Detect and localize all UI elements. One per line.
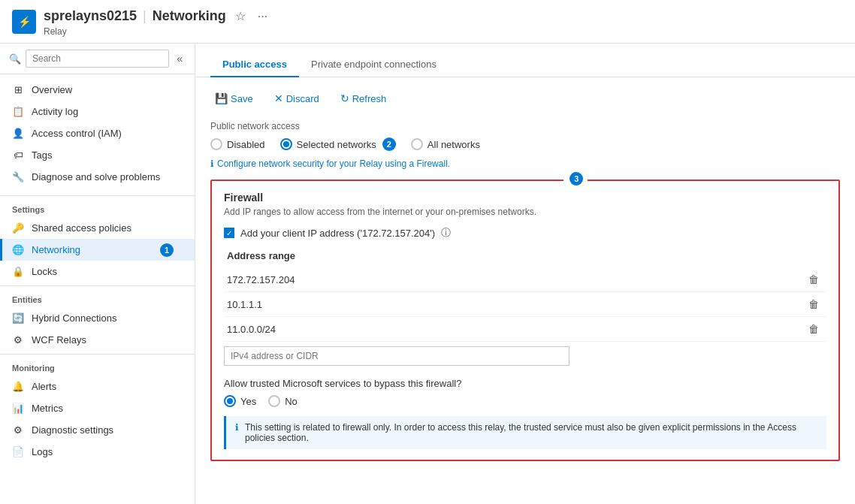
sidebar-item-shared-access-policies[interactable]: 🔑 Shared access policies bbox=[0, 217, 195, 239]
trusted-info-bar: ℹ This setting is related to firewall on… bbox=[224, 416, 826, 449]
sidebar-item-hybrid-connections[interactable]: 🔄 Hybrid Connections bbox=[0, 307, 195, 329]
sidebar-item-label: Locks bbox=[32, 266, 57, 277]
resource-name: sprelayns0215 bbox=[44, 8, 137, 24]
address-value: 11.0.0.0/24 bbox=[227, 324, 276, 335]
info-circle-icon: ℹ bbox=[210, 158, 214, 169]
search-icon: 🔍 bbox=[9, 53, 21, 65]
monitoring-section-label: Monitoring bbox=[0, 358, 195, 376]
radio-all-networks-circle bbox=[411, 138, 423, 150]
sidebar-item-overview[interactable]: ⊞ Overview bbox=[0, 79, 195, 101]
entities-section-label: Entities bbox=[0, 289, 195, 307]
sidebar-item-label: Diagnostic settings bbox=[32, 424, 113, 436]
table-row: 172.72.157.204 🗑 bbox=[224, 267, 826, 292]
new-address-row bbox=[224, 346, 826, 366]
sidebar-item-networking[interactable]: 🌐 Networking 1 bbox=[0, 239, 195, 261]
radio-all-networks[interactable]: All networks bbox=[411, 138, 480, 150]
page-title: Networking bbox=[153, 8, 226, 24]
sidebar-item-label: WCF Relays bbox=[32, 334, 86, 346]
network-access-label: Public network access bbox=[210, 121, 840, 131]
page-header: ⚡ sprelayns0215 | Networking ☆ ··· Relay bbox=[0, 0, 855, 44]
save-icon: 💾 bbox=[215, 92, 228, 104]
info-bar-icon: ℹ bbox=[235, 422, 239, 433]
sidebar-item-diagnostic-settings[interactable]: ⚙ Diagnostic settings bbox=[0, 419, 195, 441]
sidebar-item-label: Alerts bbox=[32, 381, 56, 392]
sidebar-item-wcf-relays[interactable]: ⚙ WCF Relays bbox=[0, 329, 195, 351]
radio-trusted-yes[interactable]: Yes bbox=[224, 395, 256, 407]
address-value: 172.72.157.204 bbox=[227, 274, 295, 285]
sidebar-item-label: Hybrid Connections bbox=[32, 312, 116, 324]
radio-selected-networks[interactable]: Selected networks 2 bbox=[280, 137, 396, 151]
tags-icon: 🏷 bbox=[12, 149, 24, 161]
refresh-button[interactable]: ↻ Refresh bbox=[336, 89, 391, 107]
favorite-button[interactable]: ☆ bbox=[232, 6, 249, 26]
sidebar-item-label: Access control (IAM) bbox=[32, 128, 122, 139]
table-row: 10.1.1.1 🗑 bbox=[224, 292, 826, 317]
firewall-description: Add IP ranges to allow access from the i… bbox=[224, 207, 826, 217]
firewall-section: 3 Firewall Add IP ranges to allow access… bbox=[210, 180, 840, 461]
hybrid-connections-icon: 🔄 bbox=[12, 312, 24, 324]
address-value: 10.1.1.1 bbox=[227, 299, 262, 310]
resource-icon: ⚡ bbox=[12, 10, 36, 34]
radio-trusted-no[interactable]: No bbox=[268, 395, 298, 407]
radio-trusted-no-circle bbox=[268, 395, 280, 407]
diagnostic-icon: ⚙ bbox=[12, 424, 24, 436]
radio-disabled-circle bbox=[210, 138, 222, 150]
sidebar-item-locks[interactable]: 🔒 Locks bbox=[0, 261, 195, 282]
sidebar-item-label: Tags bbox=[32, 149, 52, 161]
client-ip-checkbox[interactable] bbox=[224, 228, 234, 238]
sidebar-item-label: Networking bbox=[32, 244, 80, 255]
locks-icon: 🔒 bbox=[12, 266, 24, 277]
diagnose-icon: 🔧 bbox=[12, 171, 24, 183]
trusted-radio-group: Yes No bbox=[224, 395, 826, 407]
sidebar-item-label: Activity log bbox=[32, 106, 78, 117]
sidebar-item-diagnose[interactable]: 🔧 Diagnose and solve problems bbox=[0, 166, 195, 188]
firewall-info-link[interactable]: ℹ Configure network security for your Re… bbox=[210, 158, 840, 169]
tab-content: 💾 Save ✕ Discard ↻ Refresh Public networ… bbox=[195, 77, 855, 485]
sidebar-item-label: Diagnose and solve problems bbox=[32, 171, 160, 183]
sidebar-item-label: Metrics bbox=[32, 403, 63, 414]
delete-address-0-button[interactable]: 🗑 bbox=[804, 272, 823, 287]
sidebar-item-alerts[interactable]: 🔔 Alerts bbox=[0, 376, 195, 397]
address-range-label: Address range bbox=[224, 250, 826, 261]
sidebar-search-area: 🔍 « bbox=[0, 44, 195, 74]
trusted-info-text: This setting is related to firewall only… bbox=[245, 422, 817, 443]
save-button[interactable]: 💾 Save bbox=[210, 89, 258, 107]
firewall-title: Firewall bbox=[224, 192, 826, 204]
client-ip-checkbox-row: Add your client IP address ('172.72.157.… bbox=[224, 226, 826, 240]
sidebar-item-logs[interactable]: 📄 Logs bbox=[0, 441, 195, 463]
table-row: 11.0.0.0/24 🗑 bbox=[224, 317, 826, 342]
delete-address-1-button[interactable]: 🗑 bbox=[804, 297, 823, 312]
radio-disabled[interactable]: Disabled bbox=[210, 138, 265, 150]
sidebar-item-access-control[interactable]: 👤 Access control (IAM) bbox=[0, 122, 195, 144]
client-ip-label: Add your client IP address ('172.72.157.… bbox=[240, 228, 435, 239]
collapse-button[interactable]: « bbox=[174, 51, 186, 66]
sidebar-item-metrics[interactable]: 📊 Metrics bbox=[0, 397, 195, 419]
sidebar-item-tags[interactable]: 🏷 Tags bbox=[0, 144, 195, 166]
nav-section: ⊞ Overview 📋 Activity log 👤 Access contr… bbox=[0, 74, 195, 192]
tab-private-endpoint[interactable]: Private endpoint connections bbox=[299, 53, 449, 77]
info-tooltip-icon: ⓘ bbox=[441, 226, 451, 240]
logs-icon: 📄 bbox=[12, 446, 24, 457]
search-input[interactable] bbox=[26, 50, 169, 68]
main-content: Public access Private endpoint connectio… bbox=[195, 44, 855, 504]
discard-button[interactable]: ✕ Discard bbox=[270, 89, 324, 107]
delete-address-2-button[interactable]: 🗑 bbox=[804, 321, 823, 337]
sidebar-item-label: Logs bbox=[32, 446, 53, 457]
sidebar-item-activity-log[interactable]: 📋 Activity log bbox=[0, 101, 195, 122]
network-access-options: Disabled Selected networks 2 All network… bbox=[210, 137, 840, 151]
metrics-icon: 📊 bbox=[12, 403, 24, 414]
tab-public-access[interactable]: Public access bbox=[210, 53, 299, 77]
alerts-icon: 🔔 bbox=[12, 381, 24, 392]
selected-networks-badge: 2 bbox=[382, 137, 396, 151]
overview-icon: ⊞ bbox=[12, 84, 24, 95]
radio-selected-networks-circle bbox=[280, 138, 292, 150]
sidebar-item-label: Shared access policies bbox=[32, 222, 131, 234]
settings-section-label: Settings bbox=[0, 199, 195, 217]
more-button[interactable]: ··· bbox=[255, 7, 270, 26]
tabs-header: Public access Private endpoint connectio… bbox=[195, 44, 855, 77]
networking-icon: 🌐 bbox=[12, 244, 24, 255]
cidr-input[interactable] bbox=[224, 346, 569, 366]
sidebar: 🔍 « ⊞ Overview 📋 Activity log 👤 Access c… bbox=[0, 44, 195, 504]
activity-log-icon: 📋 bbox=[12, 106, 24, 117]
resource-subtitle: Relay bbox=[44, 26, 270, 37]
